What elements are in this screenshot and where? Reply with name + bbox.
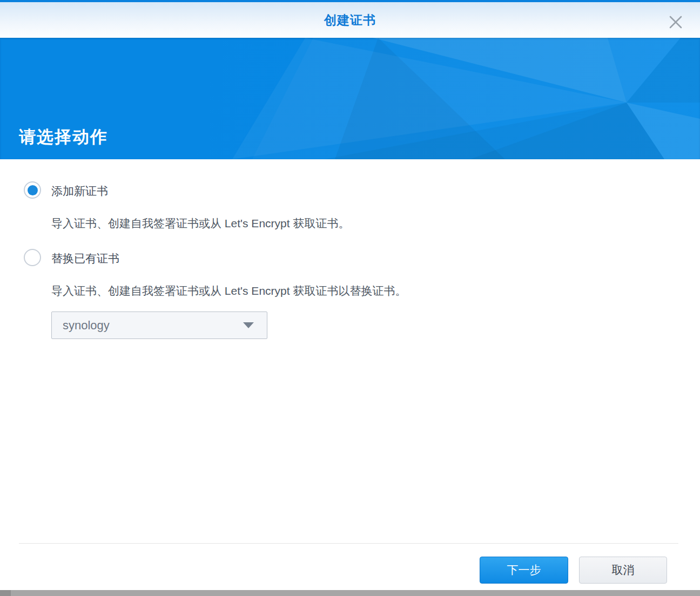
window-bottom-edge <box>0 590 700 596</box>
footer-divider <box>19 543 678 544</box>
radio-replace-existing-certificate[interactable] <box>24 249 41 266</box>
dialog-title: 创建证书 <box>324 12 376 29</box>
window-bottom-corner <box>0 590 11 596</box>
option-replace-existing-certificate-description: 导入证书、创建自我签署证书或从 Let's Encrypt 获取证书以替换证书。 <box>51 283 406 299</box>
chevron-down-icon <box>243 322 254 328</box>
certificate-select-value: synology <box>52 319 243 333</box>
option-add-new-certificate-description: 导入证书、创建自我签署证书或从 Let's Encrypt 获取证书。 <box>51 216 349 231</box>
dialog-titlebar: 创建证书 <box>0 0 700 38</box>
option-add-new-certificate-label[interactable]: 添加新证书 <box>51 184 108 199</box>
radio-selected-dot <box>28 185 38 195</box>
cancel-button[interactable]: 取消 <box>579 557 667 584</box>
create-certificate-dialog: 创建证书 请选择动作 添加新证书 导入证书、创建自我签署证书或从 Let's E… <box>0 0 700 596</box>
close-icon[interactable] <box>668 14 684 30</box>
option-replace-existing-certificate-label[interactable]: 替换已有证书 <box>51 251 119 266</box>
banner-heading: 请选择动作 <box>19 126 108 148</box>
next-button[interactable]: 下一步 <box>480 557 568 584</box>
wizard-banner: 请选择动作 <box>0 38 700 159</box>
certificate-select[interactable]: synology <box>51 311 267 339</box>
radio-add-new-certificate[interactable] <box>24 181 41 199</box>
